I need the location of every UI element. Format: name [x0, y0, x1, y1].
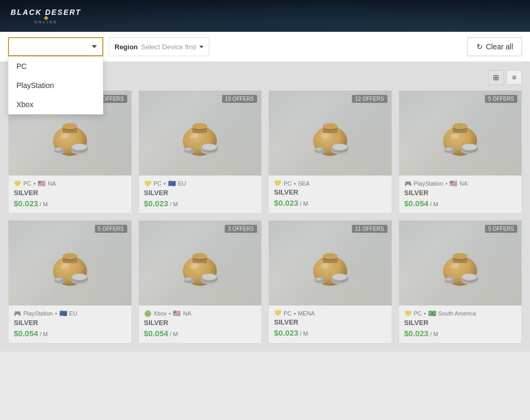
device-dropdown-wrapper: PC PlayStation Xbox: [8, 37, 103, 56]
logo-diamond-icon: [43, 15, 48, 20]
chevron-down-icon: [92, 45, 97, 48]
chevron-down-icon: [199, 46, 204, 48]
device-dropdown-menu: PC PlayStation Xbox: [8, 56, 103, 115]
device-dropdown[interactable]: [8, 37, 103, 56]
logo[interactable]: BLACK DESERT ONLINE: [11, 8, 81, 24]
toolbar: PC PlayStation Xbox Region Select Device…: [0, 32, 530, 62]
dropdown-option-playstation[interactable]: PlayStation: [8, 76, 103, 95]
region-dropdown[interactable]: Region Select Device first: [109, 37, 209, 56]
logo-subtitle: ONLINE: [34, 20, 58, 24]
region-placeholder: Select Device first: [141, 43, 196, 51]
dropdown-option-pc[interactable]: PC: [8, 57, 103, 76]
region-label: Region: [114, 43, 138, 51]
header: BLACK DESERT ONLINE: [0, 0, 530, 32]
dropdown-option-xbox[interactable]: Xbox: [8, 95, 103, 114]
clear-all-button[interactable]: ↻ Clear all: [467, 37, 522, 56]
clear-all-label: Clear all: [486, 42, 513, 51]
refresh-icon: ↻: [476, 42, 483, 51]
logo-title: BLACK DESERT: [11, 8, 81, 16]
